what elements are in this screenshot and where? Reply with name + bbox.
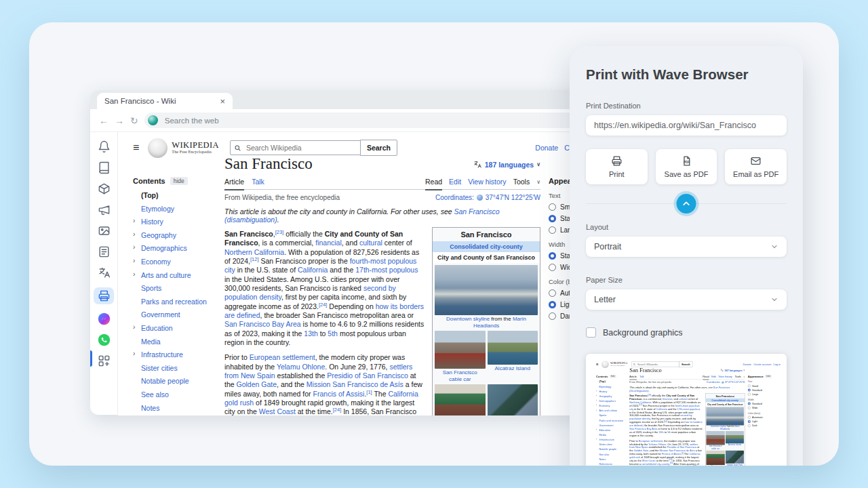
collapse-button[interactable] — [677, 194, 696, 214]
radio-label: Large — [752, 393, 758, 396]
toc-item-see-also[interactable]: ›See also — [133, 390, 221, 399]
toc-item-notable-people[interactable]: ›Notable people — [133, 377, 221, 385]
browser-tab[interactable]: San Francisco - Wiki × — [97, 93, 233, 109]
reload-icon[interactable]: ↻ — [130, 116, 138, 125]
add-apps-icon[interactable] — [98, 354, 111, 367]
toc-item-infrastructure[interactable]: ›Infrastructure — [133, 350, 221, 359]
tab-view-history[interactable]: View history — [468, 178, 506, 186]
from-wikipedia-text: From Wikipedia, the free encyclopedia — [629, 381, 671, 384]
radio-color-light: Light — [748, 420, 781, 423]
tab-talk[interactable]: Talk — [252, 178, 264, 186]
chevron-down-icon: ∨ — [743, 375, 745, 378]
print-tool-button[interactable] — [94, 287, 114, 304]
toc-label: Infrastructure — [599, 439, 614, 441]
active-indicator-bar — [90, 350, 92, 367]
toc-item-geography[interactable]: ›Geography — [133, 231, 221, 239]
tab-read[interactable]: Read — [425, 178, 442, 190]
toc-item-arts-and-culture[interactable]: ›Arts and culture — [133, 271, 221, 279]
donate-link[interactable]: Donate — [535, 144, 558, 152]
infobox-band[interactable]: Consolidated city-county — [433, 241, 540, 252]
toc-item-government[interactable]: ›Government — [133, 310, 221, 319]
print-button-label: Print — [609, 170, 625, 178]
print-preview-card[interactable]: ≡ WIKIPEDIA The Free Encyclopedia — [586, 354, 787, 466]
article: San Francisco 187 languages ∨ Article Ta… — [224, 155, 540, 415]
dialog-actions: Print PDF Save as PDF Email as PDF — [586, 149, 787, 184]
chevron-down-icon: ∨ — [536, 161, 540, 167]
messenger-icon[interactable] — [98, 312, 111, 325]
tab-read: Read — [703, 375, 709, 380]
megaphone-icon[interactable] — [98, 203, 111, 216]
wiki-search-button[interactable]: Search — [360, 140, 397, 156]
save-as-pdf-button[interactable]: PDF Save as PDF — [656, 149, 717, 184]
languages-button: 187 languages ∨ — [720, 369, 745, 372]
toc-hide-button[interactable]: hide — [170, 177, 188, 185]
toc-item-top[interactable]: ›(Top) — [133, 191, 221, 199]
print-destination-label: Print Destination — [586, 102, 787, 110]
coordinates[interactable]: Coordinates: 37°47′N 122°25′W — [435, 194, 540, 201]
tab-edit[interactable]: Edit — [449, 178, 461, 186]
chinatown-caption: Chinatown — [706, 465, 724, 466]
chevron-right-icon: › — [596, 438, 597, 441]
printer-icon — [611, 155, 623, 167]
wiki-search-box — [631, 361, 679, 367]
toc-item-notes: ›Notes — [596, 458, 628, 460]
toc-label: Economy — [141, 258, 171, 266]
whatsapp-icon[interactable] — [98, 333, 111, 346]
article: San Francisco 187 languages ∨ Article Ta… — [629, 367, 745, 466]
tab-article[interactable]: Article — [224, 178, 244, 190]
chevron-right-icon: › — [133, 217, 135, 224]
toc-item-demographics[interactable]: ›Demographics — [133, 244, 221, 252]
forward-icon[interactable]: → — [115, 116, 124, 125]
package-box-icon[interactable] — [98, 182, 111, 195]
toc-item-education[interactable]: ›Education — [133, 324, 221, 332]
notifications-bell-icon[interactable] — [98, 140, 111, 153]
radio-icon — [748, 384, 751, 387]
background-graphics-checkbox[interactable] — [586, 327, 596, 338]
toc-label: (Top) — [599, 380, 605, 383]
wiki-search-box[interactable] — [230, 140, 361, 155]
screen-capture-icon[interactable] — [98, 224, 111, 237]
alcatraz-image[interactable] — [488, 331, 538, 365]
close-tab-icon[interactable]: × — [220, 97, 225, 106]
toc-item-sports[interactable]: ›Sports — [133, 284, 221, 292]
width-section-label: Width — [748, 398, 781, 401]
table-of-contents: Contents hide ›(Top) ›Etymology ›History… — [596, 375, 628, 466]
back-icon[interactable]: ← — [99, 116, 108, 125]
toc-item-economy[interactable]: ›Economy — [133, 258, 221, 266]
translate-icon[interactable] — [98, 266, 111, 279]
radio-color-automatic: Automatic — [748, 416, 781, 419]
toc-item-etymology[interactable]: ›Etymology — [133, 205, 221, 213]
toc-title: Contents — [133, 177, 165, 185]
hamburger-menu-icon[interactable]: ≡ — [133, 142, 139, 154]
toc-item-parks[interactable]: ›Parks and recreation — [133, 298, 221, 306]
tab-tools[interactable]: Tools — [513, 178, 530, 186]
toc-label: See also — [141, 390, 169, 399]
languages-button[interactable]: 187 languages ∨ — [473, 160, 540, 169]
chinatown-image[interactable] — [435, 384, 486, 415]
toc-item-geography: ›Geography — [596, 394, 628, 397]
print-button[interactable]: Print — [586, 149, 648, 184]
toc-item-notes[interactable]: ›Notes — [133, 404, 221, 412]
toc-item-sister-cities[interactable]: ›Sister cities — [133, 364, 221, 372]
wikipedia-wordmark: WIKIPEDIA The Free Encyclopedia — [172, 141, 219, 155]
wiki-search-input[interactable] — [245, 143, 349, 152]
print-destination-input[interactable] — [586, 115, 787, 136]
email-as-pdf-button[interactable]: Email as PDF — [725, 149, 787, 184]
wikipedia-logo[interactable]: WIKIPEDIA The Free Encyclopedia — [148, 138, 219, 158]
chevron-up-icon — [682, 199, 691, 208]
radio-icon — [748, 424, 751, 427]
toc-item-media[interactable]: ›Media — [133, 338, 221, 346]
golden-gate-park-image[interactable] — [488, 384, 538, 415]
infobox-subtitle: City and County of San Francisco — [433, 252, 540, 263]
notes-list-icon[interactable] — [98, 245, 111, 258]
paper-size-select[interactable]: Letter — [586, 289, 787, 310]
wikipedia-logo: WIKIPEDIA The Free Encyclopedia — [601, 361, 627, 368]
hamburger-menu-icon: ≡ — [596, 362, 598, 367]
cable-car-image[interactable] — [435, 331, 486, 369]
layout-select[interactable]: Portrait — [586, 237, 787, 257]
appearance-hide-button: hide — [765, 375, 772, 378]
skyline-image[interactable] — [435, 265, 538, 315]
reading-list-book-icon[interactable] — [98, 161, 111, 174]
address-bar[interactable]: Search the web — [144, 113, 582, 128]
toc-item-history[interactable]: ›History — [133, 218, 221, 226]
